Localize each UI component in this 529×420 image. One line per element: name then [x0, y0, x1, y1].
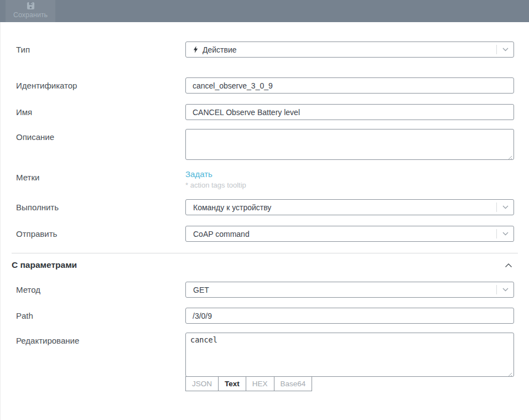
type-select-value: Действие [203, 45, 496, 54]
tags-label: Метки [1, 169, 185, 183]
editing-textarea[interactable]: cancel [185, 333, 514, 377]
lightning-bolt-icon [193, 46, 198, 53]
send-select-value: CoAP command [193, 230, 496, 238]
set-tags-link[interactable]: Задать [185, 169, 212, 179]
field-row-identifier: Идентификатор [1, 77, 529, 94]
collapse-chevron-up-icon[interactable] [504, 262, 514, 268]
field-row-name: Имя [1, 104, 529, 120]
payload-format-tabs: JSON Text HEX Base64 [185, 376, 514, 391]
field-row-tags: Метки Задать * action tags tooltip [1, 169, 529, 189]
editing-label: Редактирование [1, 333, 185, 346]
chevron-down-icon [497, 282, 514, 297]
name-input[interactable] [185, 104, 514, 120]
toolbar: Сохранить [0, 0, 529, 22]
save-floppy-icon [27, 2, 35, 10]
save-button-label: Сохранить [13, 11, 48, 19]
tags-hint: * action tags tooltip [185, 181, 514, 189]
method-select[interactable]: GET [185, 282, 514, 298]
tab-json[interactable]: JSON [185, 376, 219, 391]
path-label: Path [1, 308, 185, 321]
chevron-down-icon [497, 226, 514, 241]
method-label: Метод [1, 282, 185, 295]
field-row-method: Метод GET [1, 282, 529, 298]
chevron-down-icon [497, 200, 514, 215]
save-button[interactable]: Сохранить [6, 0, 55, 22]
parameters-section-header: С параметрами [1, 253, 529, 270]
action-form: Тип Действие Идентификатор Имя [0, 22, 529, 420]
execute-select[interactable]: Команду к устройству [185, 199, 514, 215]
parameters-section-title: С параметрами [12, 260, 77, 270]
tab-base64[interactable]: Base64 [274, 376, 313, 391]
type-select[interactable]: Действие [185, 42, 514, 58]
execute-label: Выполнить [1, 199, 185, 212]
description-label: Описание [1, 129, 185, 142]
field-row-type: Тип Действие [1, 42, 529, 58]
method-select-value: GET [193, 286, 496, 294]
tab-text[interactable]: Text [218, 376, 246, 391]
description-textarea[interactable] [185, 129, 514, 160]
field-row-editing: Редактирование cancel JSON Text HEX Base… [1, 333, 529, 391]
tab-hex[interactable]: HEX [246, 376, 274, 391]
field-row-description: Описание [1, 129, 529, 160]
identifier-label: Идентификатор [1, 77, 185, 91]
identifier-input[interactable] [185, 77, 514, 94]
field-row-send: Отправить CoAP command [1, 226, 529, 242]
type-label: Тип [1, 42, 185, 55]
chevron-down-icon [497, 42, 514, 57]
path-input[interactable] [185, 308, 514, 324]
execute-select-value: Команду к устройству [193, 203, 496, 212]
send-select[interactable]: CoAP command [185, 226, 514, 242]
name-label: Имя [1, 104, 185, 117]
send-label: Отправить [1, 226, 185, 239]
field-row-execute: Выполнить Команду к устройству [1, 199, 529, 215]
field-row-path: Path [1, 308, 529, 324]
